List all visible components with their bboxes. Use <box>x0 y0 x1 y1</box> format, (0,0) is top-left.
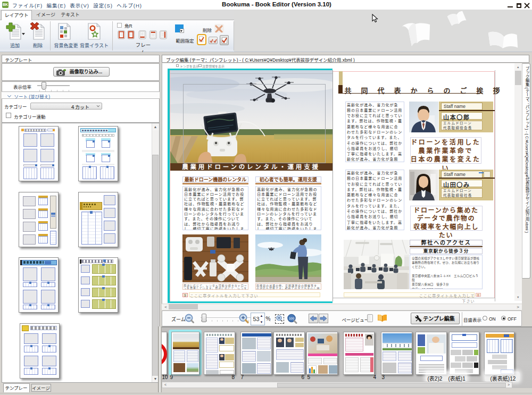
svg-text:100: 100 <box>289 317 295 320</box>
